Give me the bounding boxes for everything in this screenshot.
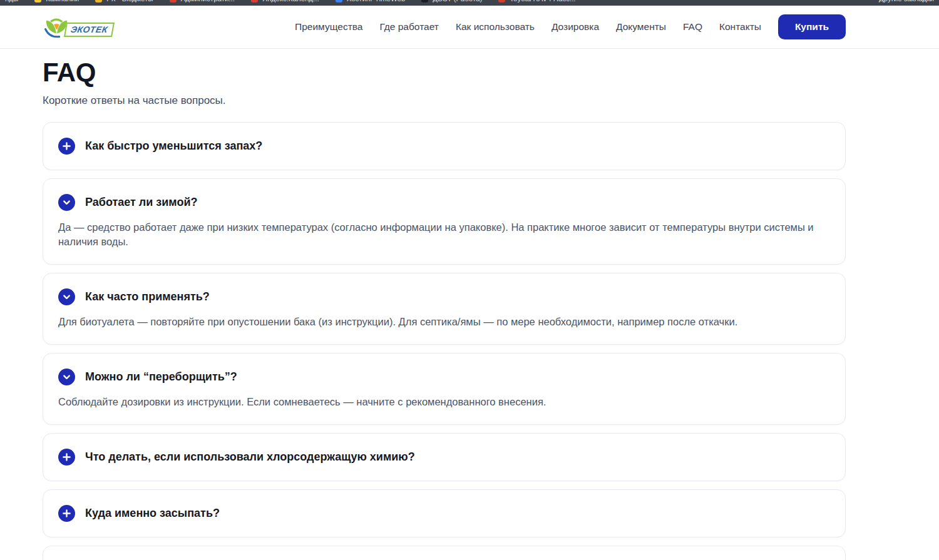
faq-answer: Да — средство работает даже при низких т… xyxy=(58,220,830,249)
faq-question: Куда именно засыпать? xyxy=(85,507,220,520)
bookmark-label: РК - Бюджеты xyxy=(106,0,153,3)
faq-item-card: Куда именно засыпать? xyxy=(43,489,846,537)
main-nav: Преимущества Где работает Как использова… xyxy=(295,21,761,33)
site-icon xyxy=(336,0,342,3)
faq-item-card: Как часто применять? Для биотуалета — по… xyxy=(43,273,846,345)
bookmark-label: Администрати... xyxy=(181,0,235,3)
yandex-icon xyxy=(34,0,41,3)
faq-toggle-button[interactable] xyxy=(58,288,75,305)
logo[interactable]: ЭКОТЕК xyxy=(43,14,113,39)
bookmark-label: Хостинг TimeWeb xyxy=(347,0,406,3)
faq-section: FAQ Короткие ответы на частые вопросы. К… xyxy=(43,58,846,560)
site-icon xyxy=(498,0,505,3)
faq-toggle-button[interactable] xyxy=(58,505,75,522)
faq-question-row[interactable]: Работает ли зимой? xyxy=(58,194,830,211)
faq-question: Как часто применять? xyxy=(85,290,210,303)
bookmark-label: Кампании xyxy=(46,0,79,3)
nav-link-документы[interactable]: Документы xyxy=(616,21,666,33)
bookmark-item[interactable]: Кампании xyxy=(34,0,79,3)
bookmark-label: Яндекс.Календ... xyxy=(262,0,319,3)
header-inner: ЭКОТЕК Преимущества Где работает Как исп… xyxy=(43,14,846,39)
bookmarks-bar: нды Кампании РК - Бюджеты Администрати..… xyxy=(0,0,939,6)
chevron-down-icon xyxy=(63,373,71,381)
faq-item-card: Как быстро уменьшится запах? xyxy=(43,122,846,170)
faq-item-card: Что делать, если использовали хлорсодерж… xyxy=(43,433,846,481)
faq-list: Как быстро уменьшится запах? Работает ли… xyxy=(43,122,846,560)
site-icon xyxy=(170,0,177,3)
bookmark-label: Toyota RAV4 Пасс... xyxy=(510,0,575,3)
faq-question: Работает ли зимой? xyxy=(85,196,198,209)
faq-question-row[interactable]: Что делать, если использовали хлорсодерж… xyxy=(58,449,830,466)
bookmark-item[interactable]: РК - Бюджеты xyxy=(95,0,153,3)
page-subtitle: Короткие ответы на частые вопросы. xyxy=(43,94,846,107)
faq-toggle-button[interactable] xyxy=(58,194,75,211)
bookmark-label: нды xyxy=(5,0,18,3)
faq-toggle-button[interactable] xyxy=(58,369,75,385)
nav-link-дозировка[interactable]: Дозировка xyxy=(552,21,599,33)
buy-button[interactable]: Купить xyxy=(778,14,846,39)
bookmarks-list: нды Кампании РК - Бюджеты Администрати..… xyxy=(5,0,934,5)
faq-toggle-button[interactable] xyxy=(58,138,75,155)
faq-question: Можно ли “переборщить”? xyxy=(85,370,237,384)
faq-item-card: Можно ли “переборщить”? Соблюдайте дозир… xyxy=(43,353,846,425)
bookmark-item[interactable]: Toyota RAV4 Пасс... xyxy=(498,0,575,3)
other-bookmarks-button[interactable]: Другие закладки xyxy=(879,0,934,3)
faq-question: Что делать, если использовали хлорсодерж… xyxy=(85,451,415,464)
nav-link-преимущества[interactable]: Преимущества xyxy=(295,21,362,33)
plus-icon xyxy=(63,509,71,517)
bookmark-item[interactable]: Администрати... xyxy=(170,0,235,3)
faq-answer: Соблюдайте дозировки из инструкции. Если… xyxy=(58,395,830,409)
faq-question-row[interactable]: Куда именно засыпать? xyxy=(58,505,830,522)
bookmark-item[interactable]: Яндекс.Календ... xyxy=(251,0,319,3)
nav-link-где-работает[interactable]: Где работает xyxy=(379,21,438,33)
faq-question-row[interactable]: Как часто применять? xyxy=(58,288,830,305)
faq-item-card: Поможет ли, если яма/бак переполнены? xyxy=(43,546,846,560)
bookmark-label: ДБСТ (Работа) xyxy=(433,0,482,3)
faq-question-row[interactable]: Как быстро уменьшится запах? xyxy=(58,138,830,155)
faq-answer: Для биотуалета — повторяйте при опустоше… xyxy=(58,315,830,329)
plus-icon xyxy=(63,453,71,461)
site-icon xyxy=(421,0,428,3)
nav-link-контакты[interactable]: Контакты xyxy=(719,21,761,33)
logo-text: ЭКОТЕК xyxy=(64,23,115,37)
faq-toggle-button[interactable] xyxy=(58,449,75,466)
site-header: ЭКОТЕК Преимущества Где работает Как исп… xyxy=(0,6,939,49)
bookmark-item[interactable]: нды xyxy=(5,0,18,3)
nav-link-faq[interactable]: FAQ xyxy=(683,21,702,33)
chevron-down-icon xyxy=(63,293,71,301)
plus-icon xyxy=(63,142,71,150)
bookmark-item[interactable]: Хостинг TimeWeb xyxy=(336,0,406,3)
faq-question-row[interactable]: Можно ли “переборщить”? xyxy=(58,369,830,385)
bookmark-item[interactable]: ДБСТ (Работа) xyxy=(421,0,482,3)
nav-link-как-использовать[interactable]: Как использовать xyxy=(456,21,535,33)
page-title: FAQ xyxy=(43,58,846,87)
folder-icon xyxy=(95,0,102,3)
site-icon xyxy=(251,0,258,3)
faq-item-card: Работает ли зимой? Да — средство работае… xyxy=(43,178,846,265)
faq-question: Как быстро уменьшится запах? xyxy=(85,140,262,153)
chevron-down-icon xyxy=(63,198,71,206)
